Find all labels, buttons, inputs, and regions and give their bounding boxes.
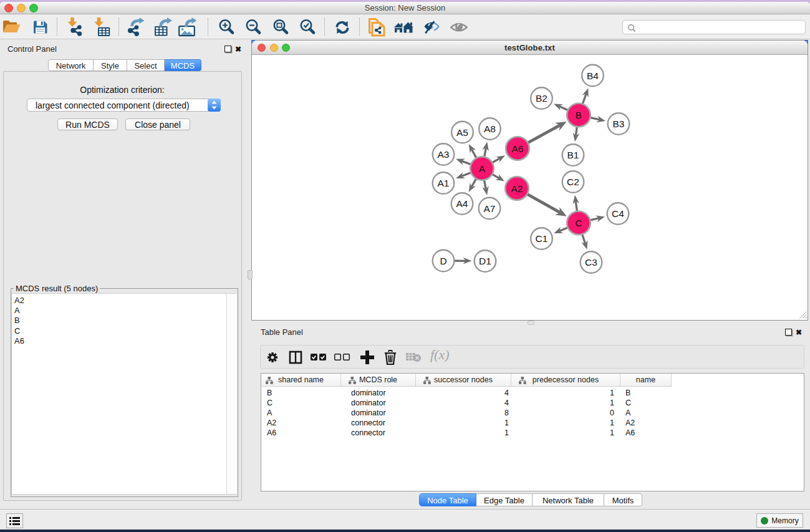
svg-text:A6: A6 [512, 143, 524, 154]
svg-text:C4: C4 [612, 208, 624, 219]
svg-text:B4: B4 [587, 70, 599, 81]
svg-text:B3: B3 [613, 118, 625, 129]
svg-text:A8: A8 [484, 123, 496, 134]
svg-text:A1: A1 [438, 178, 450, 188]
svg-text:A4: A4 [456, 198, 468, 209]
svg-text:C1: C1 [536, 233, 548, 244]
svg-text:B2: B2 [536, 93, 547, 104]
svg-text:A3: A3 [438, 149, 450, 160]
svg-text:B: B [576, 110, 582, 120]
svg-text:D1: D1 [479, 256, 491, 266]
svg-text:C2: C2 [567, 177, 579, 187]
svg-text:A7: A7 [484, 203, 496, 214]
svg-text:A2: A2 [511, 183, 523, 194]
svg-text:D: D [440, 256, 446, 266]
svg-text:A5: A5 [456, 127, 468, 138]
svg-text:A: A [479, 163, 486, 174]
svg-text:B1: B1 [567, 150, 579, 160]
svg-text:C3: C3 [585, 257, 597, 268]
svg-text:C: C [575, 218, 582, 228]
